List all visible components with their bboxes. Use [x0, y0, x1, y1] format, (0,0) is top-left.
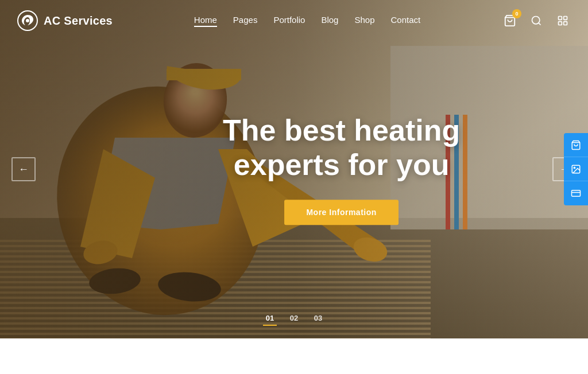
svg-point-11	[574, 167, 575, 168]
cart-badge: 0	[512, 9, 521, 18]
hero-cta-button[interactable]: More Information	[284, 200, 398, 225]
main-nav: Home Pages Portfolio Blog Shop Contact	[194, 15, 420, 27]
nav-portfolio[interactable]: Portfolio	[273, 15, 305, 27]
logo-area: AC Services	[17, 10, 113, 31]
dot-number-1: 01	[266, 314, 274, 322]
slider-dots: 01 02 03	[263, 314, 325, 326]
side-image-icon	[571, 164, 581, 174]
grid-icon	[557, 15, 568, 26]
nav-contact[interactable]: Contact	[391, 15, 421, 27]
side-cart-icon	[571, 140, 581, 150]
hero-title-line1: The best heating	[223, 114, 460, 147]
svg-rect-5	[558, 17, 562, 20]
svg-rect-7	[558, 22, 562, 25]
dot-line-2	[287, 325, 301, 326]
grid-menu-button[interactable]	[555, 13, 571, 29]
search-icon	[531, 15, 542, 26]
slider-prev-button[interactable]: ←	[11, 157, 36, 181]
side-card-button[interactable]	[564, 181, 588, 205]
svg-line-4	[539, 23, 541, 25]
svg-rect-12	[572, 190, 581, 197]
nav-home[interactable]: Home	[194, 15, 217, 27]
dot-number-3: 03	[314, 314, 322, 322]
search-button[interactable]	[528, 13, 544, 29]
dot-line-1	[263, 325, 277, 326]
side-action-panel	[564, 133, 588, 205]
hero-content: The best heating experts for you More In…	[223, 114, 460, 225]
header-icons: 0	[502, 13, 571, 29]
site-header: AC Services Home Pages Portfolio Blog Sh…	[0, 0, 588, 41]
slide-dot-1[interactable]: 01	[263, 314, 277, 326]
svg-rect-6	[564, 17, 567, 20]
side-card-icon	[571, 188, 581, 198]
page-wrapper: AC Services Home Pages Portfolio Blog Sh…	[0, 0, 588, 374]
hero-title: The best heating experts for you	[223, 114, 460, 182]
svg-rect-8	[564, 22, 567, 25]
dot-number-2: 02	[290, 314, 298, 322]
logo-icon	[17, 10, 38, 31]
nav-shop[interactable]: Shop	[354, 15, 374, 27]
nav-blog[interactable]: Blog	[321, 15, 338, 27]
brand-name: AC Services	[44, 14, 113, 28]
cart-button[interactable]: 0	[502, 13, 518, 29]
nav-pages[interactable]: Pages	[233, 15, 258, 27]
svg-point-1	[26, 19, 29, 22]
dot-line-3	[311, 325, 325, 326]
slide-dot-3[interactable]: 03	[311, 314, 325, 326]
slide-dot-2[interactable]: 02	[287, 314, 301, 326]
side-cart-button[interactable]	[564, 133, 588, 157]
footer-area	[0, 338, 588, 374]
side-gallery-button[interactable]	[564, 157, 588, 181]
svg-point-3	[532, 17, 539, 24]
hero-title-line2: experts for you	[234, 148, 450, 181]
hero-section: AC Services Home Pages Portfolio Blog Sh…	[0, 0, 588, 338]
prev-arrow-icon: ←	[18, 163, 29, 176]
